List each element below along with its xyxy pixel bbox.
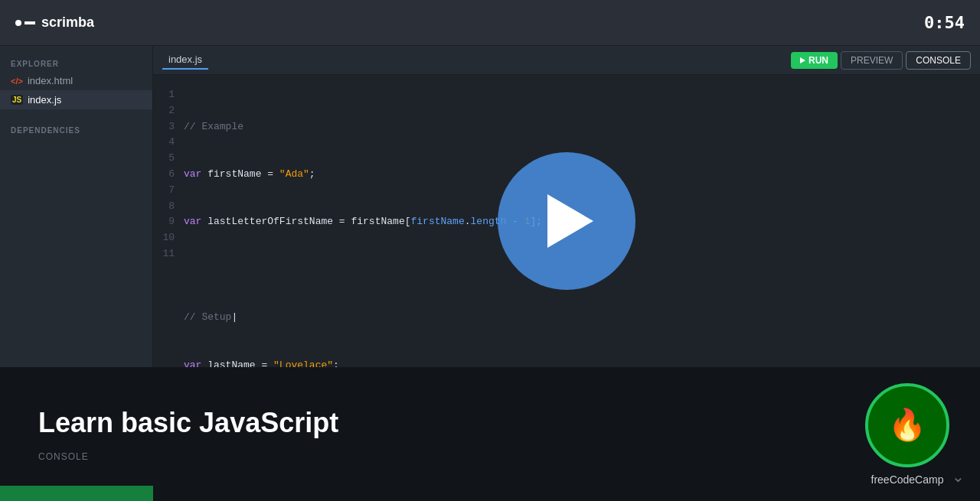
active-file-tab[interactable]: index.js xyxy=(162,50,208,70)
sidebar: EXPLORER </> index.html JS index.js DEPE… xyxy=(0,46,153,367)
line-num-5: 5 xyxy=(162,151,175,167)
bottom-console-label: CONSOLE xyxy=(38,451,796,462)
bottom-title: Learn basic JavaScript xyxy=(38,406,796,439)
line-num-7: 7 xyxy=(162,183,175,199)
sidebar-file-js: index.js xyxy=(28,94,61,106)
run-play-icon xyxy=(800,57,805,63)
main-layout: EXPLORER </> index.html JS index.js DEPE… xyxy=(0,46,980,501)
line-num-8: 8 xyxy=(162,199,175,215)
code-line-5: // Setup| xyxy=(184,310,980,326)
logo-dot xyxy=(15,20,21,26)
editor-area: index.js RUN PREVIEW CONSOLE 1 2 3 4 xyxy=(153,46,980,367)
logo-bar xyxy=(24,21,35,24)
toolbar-buttons: RUN PREVIEW CONSOLE xyxy=(791,51,971,70)
logo-text: scrimba xyxy=(41,15,94,31)
dependencies-label: DEPENDENCIES xyxy=(0,120,152,138)
js-icon: JS xyxy=(11,95,23,105)
line-num-9: 9 xyxy=(162,214,175,230)
bottom-row: Learn basic JavaScript CONSOLE 🔥 freeCod… xyxy=(0,367,980,501)
bottom-left: Learn basic JavaScript CONSOLE xyxy=(0,376,835,493)
green-bar xyxy=(0,486,153,501)
editor-toolbar: index.js RUN PREVIEW CONSOLE xyxy=(153,46,980,75)
play-triangle-icon xyxy=(547,194,593,248)
line-numbers: 1 2 3 4 5 6 7 8 9 10 11 xyxy=(153,75,184,367)
line-num-4: 4 xyxy=(162,135,175,151)
line-num-1: 1 xyxy=(162,87,175,103)
preview-button[interactable]: PREVIEW xyxy=(841,51,903,70)
top-row: EXPLORER </> index.html JS index.js DEPE… xyxy=(0,46,980,367)
logo-icon xyxy=(15,20,35,26)
freecodecamp-logo: 🔥 xyxy=(865,383,949,467)
run-label: RUN xyxy=(808,55,828,66)
line-num-10: 10 xyxy=(162,230,175,246)
line-num-3: 3 xyxy=(162,119,175,135)
code-line-1: // Example xyxy=(184,119,980,135)
console-button[interactable]: CONSOLE xyxy=(906,51,971,70)
explorer-label: EXPLORER xyxy=(0,54,152,71)
header: scrimba 0:54 xyxy=(0,0,980,46)
freecodecamp-label: freeCodeCamp xyxy=(871,473,944,486)
sidebar-item-html[interactable]: </> index.html xyxy=(0,71,152,90)
logo: scrimba xyxy=(15,15,94,31)
line-num-2: 2 xyxy=(162,103,175,119)
line-num-6: 6 xyxy=(162,167,175,183)
code-line-6: var lastName = "Lovelace"; xyxy=(184,358,980,367)
sidebar-item-js[interactable]: JS index.js xyxy=(0,90,152,109)
line-num-11: 11 xyxy=(162,246,175,262)
chevron-down-icon[interactable]: ⌄ xyxy=(952,467,965,486)
play-button-overlay[interactable] xyxy=(498,152,635,290)
sidebar-file-html: index.html xyxy=(28,75,73,86)
timer: 0:54 xyxy=(924,13,965,32)
run-button[interactable]: RUN xyxy=(791,52,838,69)
html-icon: </> xyxy=(11,76,23,86)
code-editor[interactable]: 1 2 3 4 5 6 7 8 9 10 11 // Example var f… xyxy=(153,75,980,367)
